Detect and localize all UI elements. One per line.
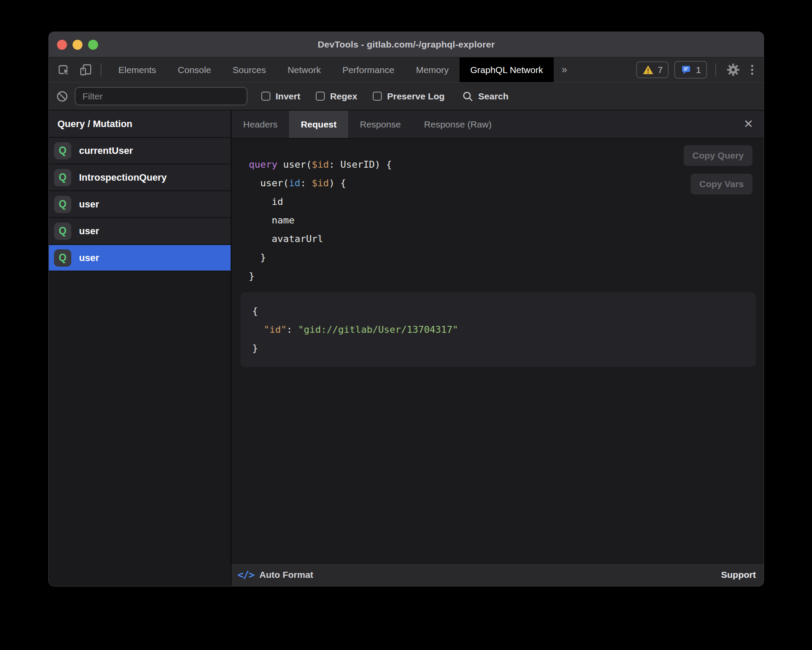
- more-tabs-button[interactable]: »: [554, 57, 575, 82]
- code-token: ) {: [329, 178, 346, 188]
- sidebar-item-3[interactable]: Quser: [49, 218, 231, 245]
- query-type-badge: Q: [54, 169, 71, 186]
- code-token: }: [249, 252, 266, 263]
- devtools-tabs: ElementsConsoleSourcesNetworkPerformance…: [108, 57, 554, 82]
- checkbox-invert[interactable]: Invert: [261, 91, 300, 102]
- checkbox-box-invert: [261, 92, 270, 101]
- code-token: $id: [312, 178, 329, 188]
- sidebar-item-0[interactable]: QcurrentUser: [49, 138, 231, 165]
- code-token: $id: [312, 159, 329, 170]
- copy-vars-button[interactable]: Copy Vars: [691, 174, 752, 194]
- checkbox-regex[interactable]: Regex: [316, 91, 357, 102]
- minimize-window-button[interactable]: [73, 40, 82, 50]
- checkbox-label-invert: Invert: [276, 91, 300, 102]
- code-brackets-icon: </>: [238, 569, 254, 580]
- query-list: QcurrentUserQIntrospectionQueryQuserQuse…: [49, 138, 231, 272]
- query-sidebar: Query / Mutation QcurrentUserQIntrospect…: [49, 111, 232, 586]
- chat-bubble-icon: [680, 64, 692, 76]
- tab-console[interactable]: Console: [167, 57, 222, 82]
- checkbox-box-preserve-log: [373, 92, 382, 101]
- detail-tab-headers[interactable]: Headers: [232, 111, 289, 138]
- checkbox-box-regex: [316, 92, 325, 101]
- code-token: :: [300, 178, 312, 188]
- panel-footer: </> Auto Format Support: [232, 563, 764, 586]
- toolbar-left-icons: [49, 57, 108, 82]
- sidebar-empty-area: [49, 272, 231, 586]
- code-token: }: [252, 343, 258, 354]
- query-line-1: user(id: $id) {: [249, 174, 764, 192]
- query-variables-box: { "id": "gid://gitlab/User/13704317"}: [241, 292, 756, 367]
- checkbox-preserve-log[interactable]: Preserve Log: [373, 91, 444, 102]
- filter-bar: InvertRegexPreserve Log Search: [49, 82, 764, 111]
- toolbar-separator: [101, 64, 102, 76]
- support-link[interactable]: Support: [721, 570, 756, 580]
- device-toolbar-icon[interactable]: [76, 61, 95, 79]
- filter-checkboxes: InvertRegexPreserve Log: [261, 91, 444, 102]
- query-type-badge: Q: [54, 223, 71, 240]
- query-name-label: user: [79, 226, 99, 237]
- variables-line-2: }: [252, 339, 747, 357]
- filter-input[interactable]: [75, 87, 247, 105]
- window-title: DevTools - gitlab.com/-/graphql-explorer: [49, 39, 764, 50]
- query-line-3: name: [249, 211, 764, 229]
- sidebar-header: Query / Mutation: [49, 111, 231, 138]
- title-bar: DevTools - gitlab.com/-/graphql-explorer: [49, 32, 764, 57]
- detail-tabs: HeadersRequestResponseResponse (Raw)✕: [232, 111, 764, 139]
- main-area: Query / Mutation QcurrentUserQIntrospect…: [49, 111, 764, 586]
- more-options-icon[interactable]: [748, 65, 757, 75]
- query-line-4: avatarUrl: [249, 229, 764, 248]
- checkbox-label-regex: Regex: [330, 91, 357, 102]
- devtools-toolbar: ElementsConsoleSourcesNetworkPerformance…: [49, 57, 764, 82]
- zoom-window-button[interactable]: [88, 40, 98, 50]
- code-token: {: [252, 306, 258, 316]
- code-token: id: [249, 196, 283, 207]
- query-line-6: }: [249, 267, 764, 285]
- warnings-badge[interactable]: 7: [636, 61, 669, 78]
- settings-gear-icon[interactable]: [724, 63, 742, 77]
- variables-line-0: {: [252, 302, 747, 320]
- close-panel-icon[interactable]: ✕: [743, 118, 753, 130]
- query-name-label: user: [79, 199, 99, 210]
- query-name-label: currentUser: [79, 145, 133, 156]
- query-name-label: IntrospectionQuery: [79, 172, 167, 183]
- query-line-2: id: [249, 192, 764, 211]
- code-token: name: [249, 215, 295, 226]
- query-type-badge: Q: [54, 142, 71, 159]
- sidebar-item-1[interactable]: QIntrospectionQuery: [49, 165, 231, 191]
- warning-triangle-icon: [642, 64, 654, 75]
- issues-badge[interactable]: 1: [674, 61, 707, 79]
- auto-format-label: Auto Format: [260, 570, 314, 580]
- detail-tab-request[interactable]: Request: [289, 111, 348, 138]
- detail-tab-response-raw[interactable]: Response (Raw): [412, 111, 503, 138]
- tab-network[interactable]: Network: [277, 57, 332, 82]
- copy-query-button[interactable]: Copy Query: [684, 145, 752, 166]
- sidebar-item-2[interactable]: Quser: [49, 191, 231, 218]
- inspect-element-icon[interactable]: [55, 61, 74, 79]
- auto-format-button[interactable]: </> Auto Format: [238, 569, 313, 580]
- tab-memory[interactable]: Memory: [405, 57, 460, 82]
- detail-tab-response[interactable]: Response: [348, 111, 412, 138]
- checkbox-label-preserve-log: Preserve Log: [387, 91, 444, 102]
- devtools-window: DevTools - gitlab.com/-/graphql-explorer…: [49, 32, 764, 586]
- tab-elements[interactable]: Elements: [108, 57, 167, 82]
- tab-graphql-network[interactable]: GraphQL Network: [460, 57, 554, 82]
- warnings-count: 7: [658, 65, 663, 75]
- clear-log-icon[interactable]: [56, 90, 69, 103]
- code-token: id: [289, 178, 301, 188]
- detail-panel: HeadersRequestResponseResponse (Raw)✕ qu…: [232, 111, 764, 586]
- close-window-button[interactable]: [57, 40, 67, 50]
- search-toggle[interactable]: Search: [462, 90, 508, 102]
- tab-performance[interactable]: Performance: [332, 57, 405, 82]
- traffic-lights: [49, 40, 98, 50]
- query-line-5: }: [249, 248, 764, 267]
- query-type-badge: Q: [54, 196, 71, 213]
- toolbar-right: 7 1: [636, 57, 764, 82]
- tab-sources[interactable]: Sources: [222, 57, 277, 82]
- code-token: :: [286, 324, 298, 335]
- code-token: "gid://gitlab/User/13704317": [298, 324, 458, 335]
- sidebar-item-4[interactable]: Quser: [49, 245, 231, 272]
- code-token: user(: [277, 159, 311, 170]
- request-tab-content: query user($id: UserID) { user(id: $id) …: [232, 139, 764, 563]
- graphql-query-code: query user($id: UserID) { user(id: $id) …: [232, 155, 764, 285]
- code-token: }: [249, 271, 254, 281]
